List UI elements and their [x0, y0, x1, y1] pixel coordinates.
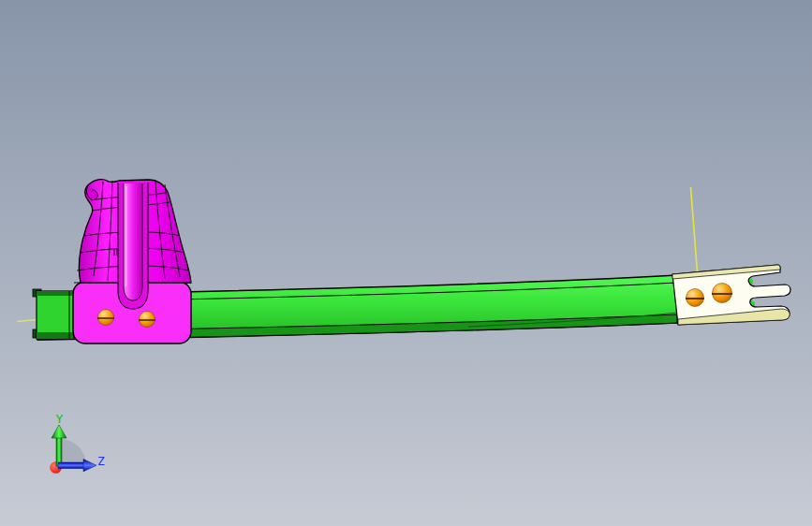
fastener-sphere[interactable]: [140, 312, 155, 328]
fastener-sphere[interactable]: [713, 284, 732, 303]
beam-end-cap: [33, 289, 73, 339]
beam-end-face-bottom-shade: [37, 332, 73, 339]
fastener-sphere[interactable]: [687, 289, 704, 307]
fastener-sphere[interactable]: [98, 310, 114, 326]
beam-end-face-top-shade: [37, 291, 73, 296]
axis-y-label: Y: [56, 412, 64, 426]
end-fitting-part[interactable]: [672, 265, 790, 325]
cad-scene-canvas[interactable]: Y Z: [0, 0, 812, 526]
cad-viewport[interactable]: Y Z: [0, 0, 812, 526]
axis-z-label: Z: [97, 454, 105, 468]
beam-end-face[interactable]: [37, 291, 73, 339]
